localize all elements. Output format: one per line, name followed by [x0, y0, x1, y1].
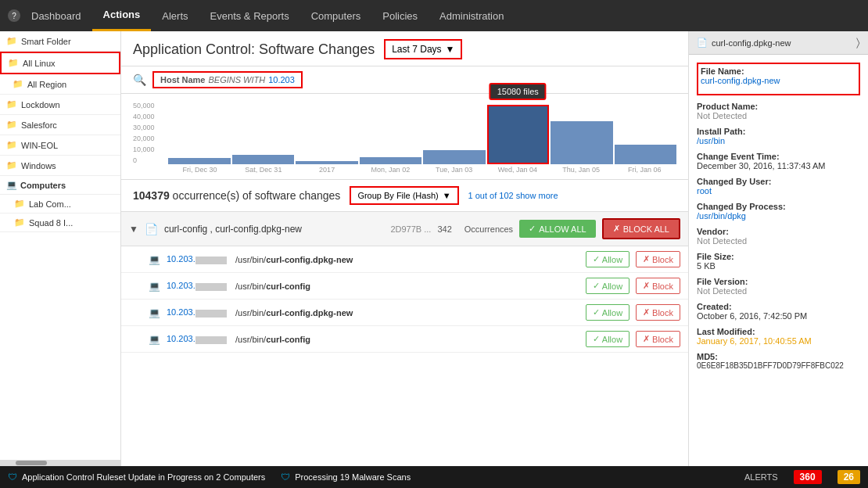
- install-path-value[interactable]: /usr/bin: [697, 136, 860, 145]
- chart-bar-3[interactable]: [360, 157, 422, 164]
- status-item-1: 🛡 Application Control Ruleset Update in …: [8, 472, 265, 483]
- block-button-3[interactable]: ✗ Block: [636, 331, 680, 347]
- checkmark-icon: ✓: [593, 334, 600, 344]
- chart-bar-5[interactable]: 15080 files: [487, 105, 550, 164]
- chart-bar-1[interactable]: [232, 155, 295, 164]
- table-section: 104379 occurrence(s) of software changes…: [121, 180, 688, 466]
- alerts-badge-red[interactable]: 360: [794, 470, 822, 484]
- sidebar-item-smart-folder[interactable]: 📁 Smart Folder: [0, 31, 120, 52]
- changed-by-process-value[interactable]: /usr/bin/dpkg: [697, 211, 860, 221]
- right-panel-filename: curl-config.dpkg-new: [712, 38, 791, 48]
- help-icon[interactable]: ?: [8, 9, 20, 22]
- allow-button-1[interactable]: ✓ Allow: [586, 278, 629, 294]
- filter-info[interactable]: 1 out of 102 show more: [468, 191, 558, 200]
- md5-value: 0E6E8F18B35D1BFF7D0D79FF8FBC022: [697, 361, 860, 370]
- group-by-select[interactable]: Group By File (Hash) ▼: [350, 186, 458, 205]
- created-label: Created:: [697, 302, 860, 311]
- right-panel-next[interactable]: 〉: [856, 36, 860, 49]
- chart-bar-4[interactable]: [423, 150, 486, 164]
- allow-all-button[interactable]: ✓ ALLOW ALL: [519, 220, 596, 238]
- file-path: /usr/bin/curl-config.dpkg-new: [235, 308, 579, 318]
- status-item-2: 🛡 Processing 19 Malware Scans: [281, 472, 411, 483]
- file-size-value: 5 KB: [697, 261, 860, 271]
- nav-policies[interactable]: Policies: [371, 0, 429, 31]
- chart-bar-0[interactable]: [168, 158, 231, 164]
- filter-field-label: Host Name: [160, 75, 205, 84]
- block-button-1[interactable]: ✗ Block: [636, 278, 680, 294]
- alerts-label: ALERTS: [744, 472, 778, 482]
- filter-operator: BEGINS WITH: [208, 75, 265, 84]
- right-panel-title: 📄 curl-config.dpkg-new: [697, 38, 791, 48]
- chart-bar-6[interactable]: [551, 121, 613, 164]
- status-text-1: Application Control Ruleset Update in Pr…: [22, 472, 265, 482]
- nav-dashboard[interactable]: Dashboard: [20, 0, 92, 31]
- checkmark-icon: ✓: [593, 281, 600, 291]
- folder-red-icon: 📁: [6, 99, 17, 109]
- allow-button-0[interactable]: ✓ Allow: [586, 251, 629, 267]
- file-version-value: Not Detected: [697, 286, 860, 296]
- checkmark-icon: ✓: [593, 254, 600, 264]
- sidebar-item-label: Lockdown: [21, 100, 60, 109]
- top-navigation: ? Dashboard Actions Alerts Events & Repo…: [0, 0, 868, 31]
- computer-icon: 💻: [149, 254, 160, 265]
- file-size-field: File Size: 5 KB: [697, 252, 860, 271]
- detail-row-2: 💻 10.203. /usr/bin/curl-config.dpkg-new …: [121, 300, 688, 326]
- sidebar-computers-section: 💻 Computers: [0, 176, 120, 195]
- folder-red-icon: 📁: [8, 58, 19, 68]
- sidebar-item-all-linux[interactable]: 📁 All Linux: [0, 52, 120, 74]
- install-path-field: Install Path: /usr/bin: [697, 127, 860, 145]
- change-event-time-label: Change Event Time:: [697, 152, 860, 161]
- search-filter[interactable]: Host Name BEGINS WITH 10.203: [152, 71, 303, 88]
- expand-chevron[interactable]: ▼: [129, 224, 138, 235]
- occurrences-label: Occurrences: [464, 224, 513, 234]
- sidebar-item-lockdown[interactable]: 📁 Lockdown: [0, 95, 120, 115]
- file-version-label: File Version:: [697, 277, 860, 286]
- alerts-badge-orange[interactable]: 26: [838, 470, 860, 484]
- x-icon: ✗: [613, 224, 620, 234]
- change-event-time-value: December 30, 2016, 11:37:43 AM: [697, 161, 860, 170]
- chart-y-labels: 50,000 40,000 30,000 20,000 10,000 0: [133, 102, 155, 164]
- right-panel-body: File Name: curl-config.dpkg-new Product …: [689, 55, 868, 466]
- sidebar-item-lab-com[interactable]: 📁 Lab Com...: [0, 195, 120, 214]
- sidebar-item-win-eol[interactable]: 📁 WIN-EOL: [0, 135, 120, 156]
- sidebar-item-salesforc[interactable]: 📁 Salesforc: [0, 115, 120, 135]
- created-field: Created: October 6, 2016, 7:42:50 PM: [697, 302, 860, 321]
- folder-red-icon: 📁: [6, 120, 17, 130]
- product-name-value: Not Detected: [697, 111, 860, 120]
- sidebar-item-label: Lab Com...: [29, 199, 71, 209]
- sidebar-item-windows[interactable]: 📁 Windows: [0, 156, 120, 176]
- date-filter-select[interactable]: Last 7 Days ▼: [384, 39, 462, 59]
- x-icon: ✗: [643, 334, 650, 344]
- sidebar-item-label: All Region: [27, 80, 66, 89]
- chart-bar-2[interactable]: [296, 161, 358, 164]
- nav-administration[interactable]: Administration: [429, 0, 515, 31]
- sidebar-scrollbar[interactable]: [0, 460, 120, 466]
- file-version-field: File Version: Not Detected: [697, 277, 860, 296]
- chart-tooltip: 15080 files: [490, 83, 547, 100]
- sidebar-item-label: Salesforc: [21, 120, 57, 130]
- chart-bar-7[interactable]: [615, 145, 677, 164]
- nav-computers[interactable]: Computers: [300, 0, 372, 31]
- computer-icon: 💻: [149, 307, 160, 318]
- checkmark-icon: ✓: [593, 307, 600, 318]
- changed-by-user-field: Changed By User: root: [697, 177, 860, 196]
- nav-actions[interactable]: Actions: [92, 0, 152, 31]
- vendor-value: Not Detected: [697, 236, 860, 246]
- nav-alerts[interactable]: Alerts: [151, 0, 199, 31]
- md5-field: MD5: 0E6E8F18B35D1BFF7D0D79FF8FBC022: [697, 352, 860, 370]
- block-button-0[interactable]: ✗ Block: [636, 251, 680, 267]
- sidebar-item-all-region[interactable]: 📁 All Region: [0, 74, 120, 95]
- block-all-button[interactable]: ✗ BLOCK ALL: [602, 218, 680, 239]
- filename-label: File Name:: [701, 66, 856, 76]
- allow-button-3[interactable]: ✓ Allow: [586, 331, 629, 347]
- nav-events-reports[interactable]: Events & Reports: [199, 0, 300, 31]
- allow-button-2[interactable]: ✓ Allow: [586, 304, 629, 321]
- x-icon: ✗: [643, 281, 650, 291]
- sidebar-item-squad8[interactable]: 📁 Squad 8 I...: [0, 214, 120, 232]
- date-filter-value: Last 7 Days: [392, 44, 441, 55]
- filename-value[interactable]: curl-config.dpkg-new: [701, 76, 856, 85]
- changed-by-user-value[interactable]: root: [697, 186, 860, 196]
- page-header: Application Control: Software Changes La…: [121, 31, 688, 66]
- block-button-2[interactable]: ✗ Block: [636, 304, 680, 321]
- md5-label: MD5:: [697, 352, 860, 361]
